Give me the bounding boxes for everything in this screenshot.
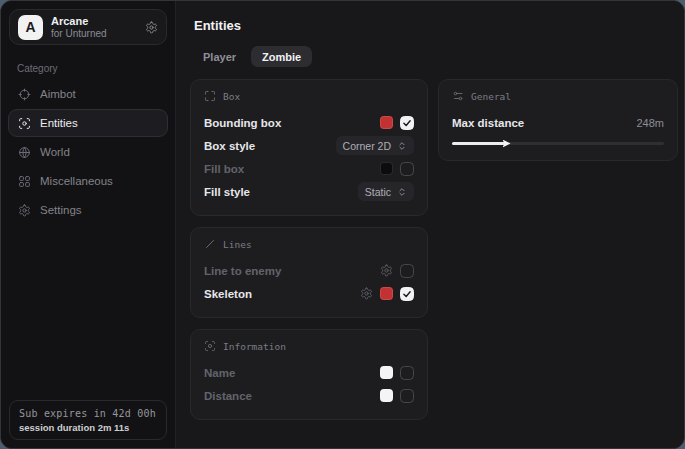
app-title: Arcane (51, 15, 137, 28)
scan-icon (204, 340, 216, 352)
general-card-header: General (452, 90, 664, 102)
row-label: Fill box (204, 163, 244, 175)
row-label: Distance (204, 390, 252, 402)
sidebar-item-world[interactable]: World (8, 138, 168, 166)
box-card: Box Bounding box Box style Corne (190, 79, 428, 216)
row-controls (380, 116, 414, 130)
diagonal-line-icon (204, 238, 216, 250)
sidebar-item-settings[interactable]: Settings (8, 196, 168, 224)
fill-box-checkbox[interactable] (400, 162, 414, 176)
card-header-label: General (471, 91, 511, 102)
row-label: Line to enemy (204, 265, 281, 277)
session-duration-text: session duration 2m 11s (19, 422, 157, 433)
sidebar-nav: Aimbot Entities World Miscellaneous Sett… (1, 80, 175, 224)
sidebar-item-label: Miscellaneous (40, 175, 113, 187)
cards-layout: Box Bounding box Box style Corne (190, 79, 678, 420)
chevrons-up-down-icon (397, 141, 407, 151)
information-card-header: Information (204, 340, 414, 352)
general-card: General Max distance 248m (438, 79, 678, 161)
box-style-row: Box style Corner 2D (204, 134, 414, 157)
fill-style-dropdown[interactable]: Static (358, 182, 414, 201)
bounding-box-checkbox[interactable] (400, 116, 414, 130)
globe-icon (18, 146, 31, 159)
logo-card: A Arcane for Unturned (9, 9, 167, 45)
right-column: General Max distance 248m (438, 79, 678, 161)
entities-icon (18, 117, 31, 130)
card-header-label: Lines (223, 239, 252, 250)
sliders-icon (452, 90, 464, 102)
row-controls: Corner 2D (336, 136, 414, 155)
color-swatch[interactable] (380, 116, 393, 129)
card-header-label: Box (223, 91, 240, 102)
box-style-dropdown[interactable]: Corner 2D (336, 136, 414, 155)
check-icon (402, 118, 412, 128)
distance-checkbox[interactable] (400, 389, 414, 403)
dropdown-value: Corner 2D (343, 140, 391, 152)
name-row: Name (204, 361, 414, 384)
row-controls (380, 389, 414, 403)
sidebar-item-label: Settings (40, 204, 82, 216)
sidebar-item-label: Entities (40, 117, 78, 129)
row-controls (380, 264, 414, 278)
gear-icon[interactable] (360, 287, 373, 300)
row-label: Fill style (204, 186, 250, 198)
sub-expires-text: Sub expires in 42d 00h (19, 408, 157, 419)
color-swatch[interactable] (380, 287, 393, 300)
logo-text: Arcane for Unturned (51, 15, 137, 39)
avatar: A (18, 15, 43, 40)
sidebar-item-label: Aimbot (40, 88, 76, 100)
grid-icon (18, 175, 31, 188)
lines-card: Lines Line to enemy Skeleton (190, 227, 428, 318)
row-controls (380, 162, 414, 176)
row-label: Max distance (452, 117, 524, 129)
fill-style-row: Fill style Static (204, 180, 414, 203)
sidebar-item-label: World (40, 146, 70, 158)
line-to-enemy-row: Line to enemy (204, 259, 414, 282)
distance-row: Distance (204, 384, 414, 407)
gear-icon[interactable] (380, 264, 393, 277)
main-panel: Entities Player Zombie Box Bounding box (176, 1, 685, 448)
sidebar-item-miscellaneous[interactable]: Miscellaneous (8, 167, 168, 195)
color-swatch[interactable] (380, 162, 393, 175)
sidebar-item-aimbot[interactable]: Aimbot (8, 80, 168, 108)
sidebar-item-entities[interactable]: Entities (8, 109, 168, 137)
skeleton-checkbox[interactable] (400, 287, 414, 301)
tab-zombie[interactable]: Zombie (251, 46, 312, 67)
chevrons-up-down-icon (397, 187, 407, 197)
gear-icon[interactable] (145, 21, 158, 34)
entity-tabs: Player Zombie (192, 46, 678, 67)
row-label: Name (204, 367, 235, 379)
sidebar: A Arcane for Unturned Category Aimbot En… (1, 1, 176, 448)
max-distance-slider[interactable] (452, 138, 664, 148)
dropdown-value: Static (365, 186, 391, 198)
information-card: Information Name Distance (190, 329, 428, 420)
bounding-box-row: Bounding box (204, 111, 414, 134)
app-subtitle: for Unturned (51, 28, 137, 40)
row-controls (380, 366, 414, 380)
color-swatch[interactable] (380, 366, 393, 379)
line-to-enemy-checkbox[interactable] (400, 264, 414, 278)
name-checkbox[interactable] (400, 366, 414, 380)
box-corners-icon (204, 90, 216, 102)
row-label: Bounding box (204, 117, 281, 129)
subscription-status-card: Sub expires in 42d 00h session duration … (9, 400, 167, 440)
max-distance-value: 248m (636, 117, 664, 129)
row-controls (360, 287, 414, 301)
fill-box-row: Fill box (204, 157, 414, 180)
category-label: Category (17, 63, 159, 74)
row-controls: Static (358, 182, 414, 201)
app-window: A Arcane for Unturned Category Aimbot En… (0, 0, 685, 449)
skeleton-row: Skeleton (204, 282, 414, 305)
lines-card-header: Lines (204, 238, 414, 250)
tab-player[interactable]: Player (192, 46, 247, 67)
card-header-label: Information (223, 341, 286, 352)
max-distance-fill (452, 142, 505, 145)
row-label: Skeleton (204, 288, 252, 300)
gear-icon (18, 204, 31, 217)
box-card-header: Box (204, 90, 414, 102)
row-label: Box style (204, 140, 255, 152)
left-column: Box Bounding box Box style Corne (190, 79, 428, 420)
color-swatch[interactable] (380, 389, 393, 402)
crosshair-icon (18, 88, 31, 101)
max-distance-row: Max distance 248m (452, 111, 664, 134)
